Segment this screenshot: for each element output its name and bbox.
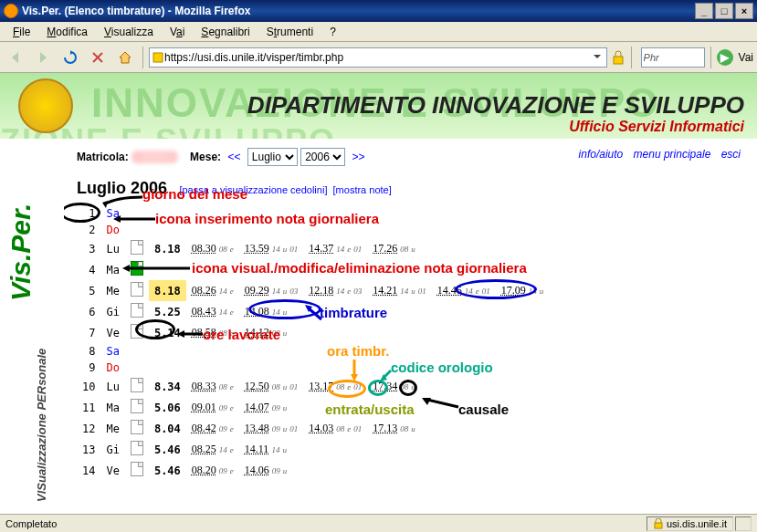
timestamp: 14.21 14 u 01 <box>367 280 432 301</box>
timestamp: 13.17 08 e 01 <box>303 376 367 397</box>
timestamp: 17.09 14 u <box>496 280 550 301</box>
note-icon[interactable] <box>131 420 143 434</box>
day-weekday: Do <box>100 360 124 376</box>
day-weekday: Ve <box>100 460 124 481</box>
side-sub: VISualizzazione PERsonale <box>35 349 48 502</box>
year-select[interactable]: 2006 <box>300 148 345 166</box>
menu-help[interactable]: ? <box>322 24 343 40</box>
mese-label: Mese: <box>190 151 221 163</box>
link-cedolini[interactable]: passa a visualizzazione cedolini <box>182 184 324 195</box>
browser-viewport: INNOVAZIONE E SVILUPPO ZIONE E SVILUPPO … <box>0 73 757 514</box>
status-empty <box>735 516 752 531</box>
hours-worked: 5.06 <box>149 397 186 418</box>
day-number: 3 <box>77 238 100 259</box>
timestamp: 12.18 14 e 03 <box>303 280 367 301</box>
matricola-value: 0000 <box>131 151 178 163</box>
day-number: 11 <box>77 397 100 418</box>
table-row: 6Gi5.2508.43 14 e14.08 14 u <box>77 301 549 322</box>
timestamp: 09.01 09 e <box>186 397 239 418</box>
day-weekday: Sa <box>100 205 124 222</box>
timestamp: 08.25 14 e <box>186 439 239 460</box>
prev-month-link[interactable]: << <box>227 151 240 163</box>
day-number: 1 <box>77 205 100 222</box>
selector-row: Matricola: 0000 Mese: << Luglio 2006 >> … <box>77 148 741 166</box>
timestamp: 14.06 09 u <box>239 460 304 481</box>
timestamp: 08.43 14 e <box>186 301 239 322</box>
hours-worked: 5.25 <box>149 301 186 322</box>
hours-worked: 8.34 <box>149 376 186 397</box>
maximize-button[interactable]: □ <box>715 3 733 19</box>
note-icon[interactable] <box>131 303 143 318</box>
timestamp: 14.07 09 u <box>239 397 304 418</box>
menu-visualizza[interactable]: Visualizza <box>97 24 161 40</box>
note-icon[interactable] <box>131 462 143 476</box>
day-number: 8 <box>77 343 100 360</box>
timestamp: 14.08 14 u <box>239 301 304 322</box>
day-number: 12 <box>77 418 100 439</box>
department-subtitle: Ufficio Servizi Informatici <box>569 119 744 135</box>
menu-modifica[interactable]: Modifica <box>39 24 95 40</box>
status-domain: usi.dis.unile.it <box>647 516 733 531</box>
day-weekday: Gi <box>100 301 124 322</box>
firefox-icon <box>4 4 18 18</box>
home-button[interactable] <box>113 46 137 69</box>
reload-button[interactable] <box>58 46 82 69</box>
stop-button[interactable] <box>86 46 110 69</box>
coin-logo-icon <box>18 78 73 133</box>
day-weekday: Gi <box>100 439 124 460</box>
day-number: 5 <box>77 280 100 301</box>
day-number: 13 <box>77 439 100 460</box>
url-dropdown-icon[interactable] <box>592 51 605 64</box>
menu-segnalibri[interactable]: Segnalibri <box>194 24 257 40</box>
note-icon[interactable] <box>131 378 143 392</box>
go-button[interactable]: ▶ <box>717 49 733 66</box>
note-cell <box>125 418 149 439</box>
table-row: 14Ve5.4608.20 09 e14.06 09 u <box>77 460 549 481</box>
menu-file[interactable]: File <box>5 24 37 40</box>
menu-link[interactable]: menu principale <box>634 148 711 161</box>
esci-link[interactable]: esci <box>721 148 741 161</box>
timestamp: 08.26 14 e <box>186 280 239 301</box>
note-cell <box>125 376 149 397</box>
note-icon[interactable] <box>131 441 143 455</box>
minimize-button[interactable]: _ <box>695 3 713 19</box>
next-month-link[interactable]: >> <box>352 151 364 163</box>
lock-icon <box>611 50 626 65</box>
hours-worked: 8.18 <box>149 280 186 301</box>
calendar-table: 1Sa2Do3Lu8.1808.30 08 e13.59 14 u 0114.3… <box>77 205 549 481</box>
note-icon[interactable] <box>131 324 143 339</box>
timestamp: 14.46 14 e 01 <box>432 280 496 301</box>
svg-rect-2 <box>655 523 662 528</box>
note-cell <box>125 280 149 301</box>
side-main: Vis.Per. <box>5 203 37 301</box>
day-number: 14 <box>77 460 100 481</box>
timestamp: 13.59 14 u 01 <box>239 238 304 259</box>
window-title: Vis.Per. (Elenco timbrature) - Mozilla F… <box>22 5 695 17</box>
day-weekday: Lu <box>100 376 124 397</box>
menu-vai[interactable]: Vai <box>163 24 192 40</box>
hours-worked: 5.14 <box>149 322 186 343</box>
day-weekday: Me <box>100 280 124 301</box>
forward-button[interactable] <box>31 46 55 69</box>
note-icon[interactable] <box>131 282 143 297</box>
info-link[interactable]: info/aiuto <box>579 148 624 161</box>
note-icon[interactable] <box>131 261 143 276</box>
day-weekday: Lu <box>100 238 124 259</box>
note-icon[interactable] <box>131 399 143 413</box>
main-content: Matricola: 0000 Mese: << Luglio 2006 >> … <box>64 139 753 514</box>
search-box[interactable]: Phr <box>641 47 705 68</box>
url-input[interactable] <box>164 51 592 64</box>
back-button[interactable] <box>4 46 27 69</box>
close-button[interactable]: × <box>735 3 753 19</box>
link-mostra-note[interactable]: mostra note <box>336 184 389 195</box>
table-row: 12Me8.0408.42 09 e13.48 09 u 0114.03 08 … <box>77 418 549 439</box>
timestamp: 17.26 08 u <box>367 238 432 259</box>
menu-strumenti[interactable]: Strumenti <box>259 24 321 40</box>
hours-worked: 8.04 <box>149 418 186 439</box>
note-icon[interactable] <box>131 240 143 255</box>
month-select[interactable]: Luglio <box>247 148 298 166</box>
status-text: Completato <box>5 518 57 529</box>
table-row: 7Ve5.1408.58 08 e14.12 08 u <box>77 322 549 343</box>
note-cell <box>125 238 149 259</box>
address-bar[interactable] <box>149 47 607 68</box>
